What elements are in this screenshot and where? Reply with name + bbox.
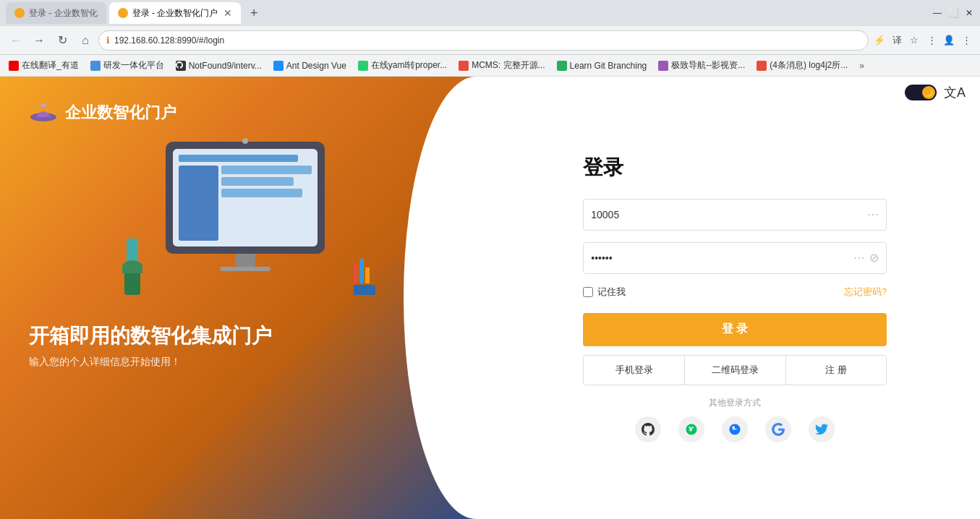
bookmark-label: 研发一体化平台 — [103, 59, 164, 72]
remember-label-text: 记住我 — [597, 286, 626, 299]
password-input[interactable] — [591, 252, 849, 264]
tagline: 开箱即用的数智化集成门户 — [29, 322, 272, 350]
left-panel: 企业数智化门户 — [0, 77, 490, 519]
tab-2[interactable]: 登录 - 企业数智化门户 ✕ — [109, 2, 242, 24]
username-group: ⋯ — [583, 199, 887, 231]
bookmarks-more-icon[interactable]: » — [859, 61, 864, 71]
register-button[interactable]: 注 册 — [786, 356, 887, 385]
subtitle: 输入您的个人详细信息开始使用！ — [29, 356, 181, 369]
wechat-login-icon[interactable] — [678, 416, 704, 442]
url-text: 192.168.60.128:8990/#/login — [114, 35, 861, 46]
right-panel: 🌙 文A 登录 ⋯ ⋯ ⊘ — [490, 77, 981, 519]
bookmark-devplatform[interactable]: 研发一体化平台 — [88, 59, 167, 72]
security-icon: ℹ — [106, 35, 110, 46]
lightning-icon[interactable]: ⚡ — [872, 33, 887, 48]
svg-rect-1 — [41, 104, 46, 107]
maximize-button[interactable]: ⬜ — [948, 8, 958, 18]
language-icon[interactable]: 文A — [944, 84, 966, 101]
bookmark-label: 在线翻译_有道 — [22, 59, 79, 72]
bookmark-label: NotFound9/interv... — [189, 61, 262, 71]
minimize-button[interactable]: — — [932, 8, 942, 18]
title-bar: 登录 - 企业数智化 登录 - 企业数智化门户 ✕ + — ⬜ ✕ — [0, 0, 980, 26]
bookmark-youdao[interactable]: 在线翻译_有道 — [6, 59, 82, 72]
qr-login-button[interactable]: 二维码登录 — [685, 356, 786, 385]
bookmark-label: Learn Git Branching — [570, 61, 647, 71]
forward-button[interactable]: → — [29, 30, 49, 51]
logo-title: 企业数智化门户 — [65, 102, 176, 124]
username-input[interactable] — [591, 209, 863, 220]
bookmark-antdesign[interactable]: Ant Design Vue — [270, 61, 349, 71]
browser-frame: 登录 - 企业数智化 登录 - 企业数智化门户 ✕ + — ⬜ ✕ ← → ↻ … — [0, 0, 980, 519]
tab-1[interactable]: 登录 - 企业数智化 — [6, 2, 106, 24]
google-login-icon[interactable] — [765, 416, 791, 442]
bookmark-label: Ant Design Vue — [286, 61, 346, 71]
github-login-icon[interactable] — [635, 416, 661, 442]
phone-login-button[interactable]: 手机登录 — [584, 356, 685, 385]
logo-area: 企业数智化门户 — [29, 98, 176, 127]
toolbar: ← → ↻ ⌂ ℹ 192.168.60.128:8990/#/login ⚡ … — [0, 26, 980, 55]
remember-me-label: 记住我 — [583, 286, 626, 299]
window-controls: — ⬜ ✕ — [932, 8, 974, 18]
tab1-favicon — [14, 8, 25, 18]
bookmark-favicon — [358, 61, 368, 71]
other-login-section: 其他登录方式 — [583, 397, 887, 442]
login-title: 登录 — [583, 154, 887, 181]
profile-icon[interactable]: 👤 — [941, 33, 957, 48]
bookmark-log4j2[interactable]: (4条消息) log4j2所... — [754, 59, 851, 72]
bookmark-favicon — [459, 61, 469, 71]
tab1-label: 登录 - 企业数智化 — [29, 7, 98, 20]
bookmark-github[interactable]: NotFound9/interv... — [173, 61, 265, 71]
translate-icon[interactable]: 译 — [889, 33, 905, 48]
alt-login-buttons: 手机登录 二维码登录 注 册 — [583, 355, 887, 385]
close-button[interactable]: ✕ — [964, 8, 974, 18]
twitter-login-icon[interactable] — [809, 416, 835, 442]
tab2-label: 登录 - 企业数智化门户 — [132, 7, 218, 20]
bookmark-favicon — [176, 61, 186, 71]
back-button[interactable]: ← — [6, 30, 26, 51]
tab2-favicon — [118, 8, 128, 18]
dark-mode-toggle[interactable]: 🌙 — [905, 85, 937, 100]
bookmark-favicon — [273, 61, 284, 71]
password-input-wrapper: ⋯ ⊘ — [583, 242, 887, 274]
alipay-login-icon[interactable] — [722, 416, 748, 442]
tab2-close-icon[interactable]: ✕ — [223, 8, 232, 18]
page-content: 企业数智化门户 — [0, 77, 980, 519]
bookmark-gitbranching[interactable]: Learn Git Branching — [554, 61, 650, 71]
password-group: ⋯ ⊘ — [583, 242, 887, 274]
login-button[interactable]: 登 录 — [583, 313, 887, 346]
password-eye-icon[interactable]: ⊘ — [869, 251, 879, 265]
bookmark-label: (4条消息) log4j2所... — [770, 59, 848, 72]
forgot-password-link[interactable]: 忘记密码? — [844, 286, 887, 299]
bookmarks-bar: 在线翻译_有道 研发一体化平台 NotFound9/interv... Ant … — [0, 55, 980, 77]
form-footer: 记住我 忘记密码? — [583, 286, 887, 299]
bookmark-label: 极致导航--影视资... — [671, 59, 745, 72]
plant-left — [122, 239, 142, 295]
bookmark-mcms[interactable]: MCMS: 完整开源... — [456, 59, 547, 72]
bookmark-favicon — [90, 61, 101, 71]
star-icon[interactable]: ☆ — [906, 33, 922, 48]
top-right-controls: 🌙 文A — [905, 84, 966, 101]
username-input-wrapper: ⋯ — [583, 199, 887, 231]
bookmark-favicon — [557, 61, 567, 71]
tabs-container: 登录 - 企业数智化 登录 - 企业数智化门户 ✕ + — [6, 2, 264, 24]
refresh-button[interactable]: ↻ — [52, 30, 72, 51]
address-bar[interactable]: ℹ 192.168.60.128:8990/#/login — [98, 30, 869, 51]
bookmark-yaml[interactable]: 在线yaml转proper... — [355, 59, 450, 72]
hero-illustration — [115, 142, 375, 301]
extensions-icon[interactable]: ⋮ — [924, 33, 939, 48]
bookmark-favicon — [9, 61, 19, 71]
other-login-label: 其他登录方式 — [583, 397, 887, 409]
menu-icon[interactable]: ⋮ — [958, 33, 974, 48]
password-dots-icon: ⋯ — [853, 251, 865, 265]
bookmark-favicon — [757, 61, 767, 71]
new-tab-button[interactable]: + — [244, 3, 264, 23]
home-button[interactable]: ⌂ — [75, 30, 95, 51]
plant-right — [354, 259, 375, 295]
bookmark-favicon — [658, 61, 668, 71]
bookmark-label: MCMS: 完整开源... — [472, 59, 545, 72]
toolbar-icons: ⚡ 译 ☆ ⋮ 👤 ⋮ — [872, 33, 974, 48]
remember-me-checkbox[interactable] — [583, 287, 593, 297]
logo-icon — [29, 98, 58, 127]
toggle-knob: 🌙 — [922, 86, 935, 99]
bookmark-jizhidaohang[interactable]: 极致导航--影视资... — [655, 59, 748, 72]
